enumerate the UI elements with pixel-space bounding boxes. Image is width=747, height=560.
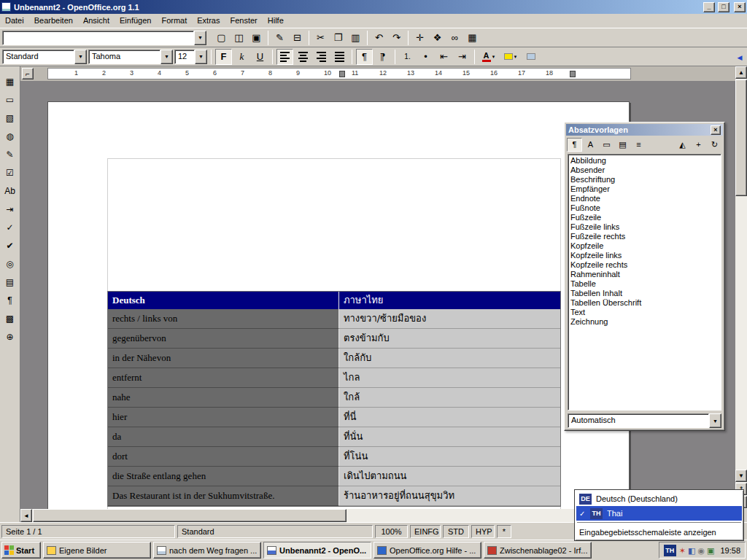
tab-type-selector-button[interactable]: ⌐ [22, 68, 34, 79]
taskbar-button[interactable]: nach dem Weg fragen ... [153, 542, 261, 559]
style-list-item[interactable]: Fußzeile [570, 213, 719, 222]
stylist-button[interactable]: ❖ [429, 30, 446, 46]
style-list-item[interactable]: Abbildung [570, 156, 719, 166]
increase-indent-button[interactable]: ⇥ [454, 49, 471, 65]
table-cell-thai[interactable]: ใกล้ [339, 388, 560, 408]
language-indicator-badge[interactable]: TH [664, 545, 676, 556]
underline-button[interactable]: U [252, 49, 268, 65]
style-list[interactable]: AbbildungAbsenderBeschriftungEmpfängerEn… [568, 154, 721, 411]
ruler[interactable]: ⌐ 123456789101112131415161718 [20, 66, 735, 81]
table-cell-german[interactable]: da [108, 427, 339, 447]
status-selection-mode-field[interactable]: STD [443, 525, 469, 538]
new-document-button[interactable]: ▢ [213, 30, 230, 46]
minimize-button[interactable]: _ [703, 2, 715, 12]
table-cell-german[interactable]: dort [108, 447, 339, 467]
window-titlebar[interactable]: Unbenannt2 - OpenOffice.org 1.1 _ □ × [0, 0, 747, 14]
menu-format[interactable]: Format [156, 14, 192, 28]
style-list-item[interactable]: Beschriftung [570, 175, 719, 184]
menu-hilfe[interactable]: Hilfe [263, 14, 289, 28]
character-styles-button[interactable]: A [583, 138, 598, 152]
taskbar-button[interactable]: Unbenannt2 - OpenO... [263, 542, 371, 559]
scroll-up-button[interactable]: ▲ [735, 66, 747, 79]
table-cell-thai[interactable]: ที่นั่น [339, 427, 560, 447]
paragraph-style-dropdown-button[interactable]: ▼ [74, 50, 87, 64]
update-style-button[interactable]: ↻ [707, 138, 722, 152]
paragraph-style-value[interactable]: Standard [2, 50, 74, 64]
style-list-item[interactable]: Fußzeile links [570, 222, 719, 232]
insert-graphics-button[interactable]: ▧ [1, 110, 19, 126]
graphics-toggle-button[interactable]: ▩ [1, 311, 19, 327]
navigator-button[interactable]: ✛ [411, 30, 428, 46]
table-cell-german[interactable]: Das Restaurant ist in der Sukhumvitstraß… [108, 486, 339, 506]
status-zoom-field[interactable]: 100% [375, 525, 408, 538]
toolbar-more-button[interactable]: ◀ [734, 50, 746, 65]
style-list-item[interactable]: Tabelle [570, 279, 719, 289]
nonprinting-characters-button[interactable]: ¶ [1, 292, 19, 308]
taskbar-button[interactable]: Eigene Bilder [43, 542, 151, 559]
gallery-button[interactable]: ▦ [464, 30, 481, 46]
table-column-marker[interactable] [339, 71, 345, 77]
bold-button[interactable]: F [215, 49, 232, 65]
style-list-item[interactable]: Empfänger [570, 184, 719, 194]
scroll-left-button[interactable]: ◄ [20, 509, 32, 522]
language-menu-item[interactable]: ✓THThai [576, 506, 742, 521]
online-layout-button[interactable]: ⊕ [1, 329, 19, 345]
italic-button[interactable]: k [233, 49, 250, 65]
tray-icon-4[interactable]: ▣ [707, 545, 714, 556]
url-dropdown-button[interactable]: ▼ [194, 31, 206, 45]
style-list-item[interactable]: Kopfzeile rechts [570, 260, 719, 270]
align-left-button[interactable] [276, 49, 293, 65]
bullets-button[interactable]: • [417, 49, 434, 65]
style-list-item[interactable]: Text [570, 308, 719, 317]
document-page[interactable]: Deutschภาษาไทยrechts / links vonทางขวา/ซ… [47, 101, 630, 509]
table-cell-thai[interactable]: ที่โน่น [339, 447, 560, 467]
tray-icon-2[interactable]: ◧ [688, 545, 695, 556]
table-header-deutsch[interactable]: Deutsch [108, 292, 339, 309]
style-filter-value[interactable]: Automatisch [568, 413, 709, 428]
highlighting-button[interactable]: ▼ [500, 49, 521, 65]
page-styles-button[interactable]: ▤ [615, 138, 630, 152]
new-style-from-selection-button[interactable]: + [691, 138, 706, 152]
right-to-left-button[interactable]: ¶ [374, 49, 391, 65]
menu-ansicht[interactable]: Ansicht [78, 14, 115, 28]
style-list-item[interactable]: Rahmeninhalt [570, 270, 719, 279]
table-cell-german[interactable]: gegenübervon [108, 329, 339, 349]
numbering-styles-button[interactable]: ≡ [631, 138, 646, 152]
vertical-scrollbar-thumb[interactable] [735, 79, 747, 196]
status-page-field[interactable]: Seite 1 / 1 [1, 525, 175, 538]
style-list-item[interactable]: Kopfzeile links [570, 251, 719, 260]
align-right-button[interactable] [313, 49, 330, 65]
style-list-item[interactable]: Fußnote [570, 203, 719, 213]
insert-object-button[interactable]: ◍ [1, 128, 19, 144]
edit-file-button[interactable]: ✎ [271, 30, 288, 46]
table-cell-thai[interactable]: ทางขวา/ซ้ายมือของ [339, 309, 560, 329]
paragraph-styles-button[interactable]: ¶ [567, 138, 582, 152]
status-hyperlink-mode-field[interactable]: HYP [471, 525, 495, 538]
status-insert-mode-field[interactable]: EINFG [410, 525, 441, 538]
font-name-value[interactable]: Tahoma [88, 50, 160, 64]
autotext-button[interactable]: Ab [1, 183, 19, 199]
taskbar-button[interactable]: Zwischenablage02 - Irf... [484, 542, 592, 559]
undo-button[interactable]: ↶ [371, 30, 387, 46]
find-replace-button[interactable]: ◎ [1, 256, 19, 272]
menu-datei[interactable]: Datei [0, 14, 29, 28]
stylist-close-button[interactable]: × [711, 125, 721, 135]
fill-format-mode-button[interactable]: ◭ [675, 138, 690, 152]
maximize-button[interactable]: □ [718, 2, 729, 12]
language-menu-footer-item[interactable]: Eingabegebietsschemaleiste anzeigen [576, 525, 742, 539]
table-column-marker[interactable] [570, 71, 576, 77]
style-list-item[interactable]: Zeichnung [570, 317, 719, 327]
table-header-thai[interactable]: ภาษาไทย [339, 292, 560, 309]
status-modified-field[interactable]: * [497, 525, 511, 538]
form-functions-button[interactable]: ☑ [1, 165, 19, 181]
decrease-indent-button[interactable]: ⇤ [436, 49, 452, 65]
font-name-dropdown-button[interactable]: ▼ [160, 50, 173, 64]
align-center-button[interactable] [295, 49, 311, 65]
save-document-button[interactable]: ▣ [248, 30, 265, 46]
frame-styles-button[interactable]: ▭ [599, 138, 614, 152]
table-cell-german[interactable]: entfernt [108, 368, 339, 388]
menu-bearbeiten[interactable]: Bearbeiten [29, 14, 78, 28]
taskbar-button[interactable]: OpenOffice.org Hilfe - ... [374, 542, 481, 559]
justify-button[interactable] [331, 49, 348, 65]
language-menu-item[interactable]: DEDeutsch (Deutschland) [576, 491, 742, 506]
